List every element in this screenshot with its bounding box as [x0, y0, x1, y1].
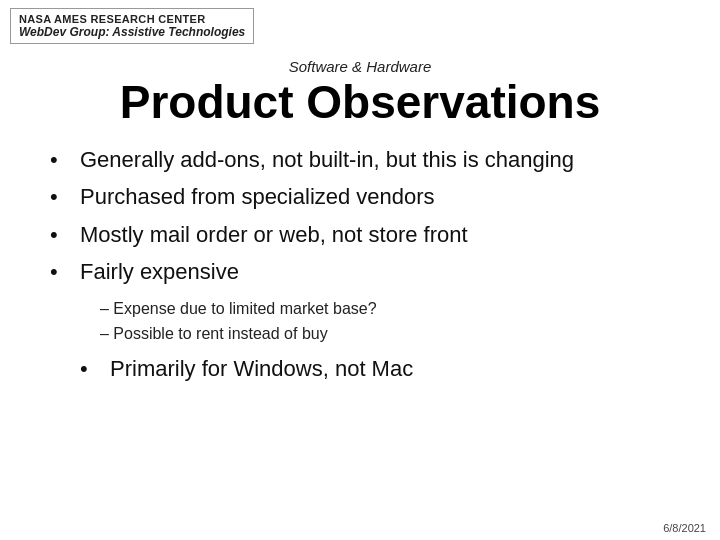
slide-title: Product Observations [40, 77, 680, 128]
sub-note-2: – Possible to rent instead of buy [100, 321, 680, 347]
list-item: Generally add-ons, not built-in, but thi… [50, 146, 680, 174]
list-item: Mostly mail order or web, not store fron… [50, 221, 680, 249]
org-name: NASA AMES RESEARCH CENTER [19, 13, 245, 25]
list-item: Purchased from specialized vendors [50, 183, 680, 211]
slide-date: 6/8/2021 [663, 522, 706, 534]
main-content: Software & Hardware Product Observations… [0, 58, 720, 382]
sub-notes: – Expense due to limited market base? – … [100, 296, 680, 347]
bullet-list: Generally add-ons, not built-in, but thi… [50, 146, 680, 286]
list-item: Fairly expensive [50, 258, 680, 286]
subtitle: Software & Hardware [40, 58, 680, 75]
header-box: NASA AMES RESEARCH CENTER WebDev Group: … [10, 8, 254, 44]
group-name: WebDev Group: Assistive Technologies [19, 25, 245, 39]
sub-note-1: – Expense due to limited market base? [100, 296, 680, 322]
footer-bullet: Primarily for Windows, not Mac [80, 355, 680, 383]
